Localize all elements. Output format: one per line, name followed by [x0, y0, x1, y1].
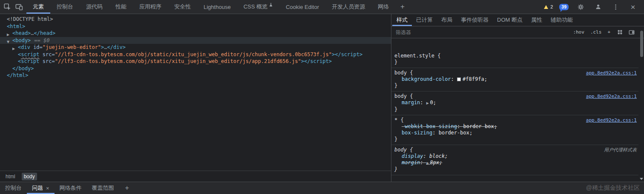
dom-node-line[interactable]: <html>	[0, 23, 391, 30]
close-devtools-button[interactable]: ×	[627, 1, 638, 12]
tab-properties[interactable]: 属性	[527, 14, 546, 26]
tab-dom-breakpoints[interactable]: DOM 断点	[493, 14, 527, 26]
rule-header: body {app.8ed92e2a.css:1	[394, 70, 637, 76]
syntax-attr-value: "juejin-web-editor"	[43, 44, 101, 50]
dom-breadcrumbs: htmlbody	[0, 171, 391, 182]
semicolon: ;	[433, 100, 436, 106]
dom-node-line[interactable]: ▶<head>…</head>	[0, 30, 391, 37]
profile-icon[interactable]	[592, 1, 604, 12]
dom-node-line[interactable]: </body>	[0, 65, 391, 72]
tab-performance[interactable]: 性能	[109, 0, 133, 14]
top-tab-strip: 元素控制台源代码性能应用程序安全性LighthouseCSS 概览Cookie …	[26, 0, 395, 14]
issues-badge[interactable]: 39	[559, 4, 569, 10]
tab-label: 性能	[115, 3, 126, 11]
css-declaration[interactable]: margin: ▶ 8px;	[394, 160, 637, 166]
scroll-down-arrow-icon[interactable]	[640, 178, 643, 180]
scrollbar-thumb[interactable]	[640, 31, 643, 57]
color-swatch[interactable]	[457, 77, 461, 81]
new-style-rule-button[interactable]: +	[605, 29, 613, 36]
element-classes-button[interactable]: .cls	[588, 29, 604, 36]
tab-label: 开发人员资源	[332, 3, 365, 11]
tab-css-overview[interactable]: CSS 概览	[237, 0, 279, 14]
tab-layout[interactable]: 布局	[437, 14, 457, 26]
dom-node-line[interactable]: ▶<div id="juejin-web-editor">…</div>	[0, 44, 391, 51]
tab-lighthouse[interactable]: Lighthouse	[197, 0, 237, 14]
device-toolbar-icon[interactable]	[14, 1, 25, 12]
expand-shorthand-icon[interactable]: ▶	[426, 101, 430, 105]
css-declaration[interactable]: box-sizing: border-box;	[394, 130, 637, 136]
tab-console[interactable]: 控制台	[50, 0, 80, 14]
inspect-element-icon[interactable]	[2, 1, 13, 12]
tab-sources[interactable]: 源代码	[80, 0, 109, 14]
drawer-tab-issues[interactable]: 问题×	[27, 182, 55, 194]
open-brace: {	[434, 53, 440, 59]
rule-selector[interactable]: body	[394, 70, 407, 76]
warning-triangle-icon	[544, 5, 548, 9]
tab-event-listeners[interactable]: 事件侦听器	[457, 14, 493, 26]
css-declaration[interactable]: -webkit-box-sizing: border-box;	[394, 123, 637, 130]
dom-node-line[interactable]: ▼<body>== $0	[0, 37, 391, 44]
stylesheet-link[interactable]: app.8ed92e2a.css:1	[581, 93, 637, 100]
css-declaration[interactable]: margin: ▶ 0;	[394, 100, 637, 106]
top-toolbar: 元素控制台源代码性能应用程序安全性LighthouseCSS 概览Cookie …	[0, 0, 644, 14]
styles-tab-strip: 样式已计算布局事件侦听器DOM 断点属性辅助功能	[391, 14, 644, 26]
dom-node-line[interactable]: </html>	[0, 72, 391, 79]
styles-scrollbar[interactable]	[639, 26, 644, 182]
more-tabs-button[interactable]: +	[395, 0, 410, 14]
kebab-menu-icon[interactable]	[610, 1, 621, 12]
tab-security[interactable]: 安全性	[168, 0, 197, 14]
styles-filter-input[interactable]	[395, 29, 568, 36]
tab-application[interactable]: 应用程序	[133, 0, 168, 14]
syntax-tag: <head>	[12, 30, 31, 36]
tab-label: 网络	[378, 3, 389, 11]
settings-gear-icon[interactable]	[575, 1, 586, 12]
tab-accessibility[interactable]: 辅助功能	[546, 14, 577, 26]
expand-ellipsis-button[interactable]: …	[31, 30, 34, 36]
semicolon: ;	[494, 123, 497, 129]
stylesheet-link[interactable]: app.8ed92e2a.css:1	[581, 70, 637, 76]
toggle-element-state-button[interactable]: :hov	[570, 29, 587, 36]
dom-node-line[interactable]: <script src="//lf3-cdn-tos.bytescm.com/o…	[0, 58, 391, 65]
open-brace: {	[407, 147, 413, 153]
drawer-more-tabs-button[interactable]: +	[119, 182, 135, 194]
rule-selector[interactable]: *	[394, 117, 397, 123]
rule-selector[interactable]: body	[394, 93, 407, 100]
rule-selector[interactable]: body	[394, 147, 407, 153]
syntax-tag: <html>	[7, 23, 25, 29]
dom-node-line[interactable]: <script src="//lf3-cdn-tos.bytescm.com/o…	[0, 51, 391, 58]
syntax-tag: script	[21, 51, 39, 57]
style-toggles: :hov.cls+	[570, 29, 613, 36]
close-brace: }	[394, 106, 637, 113]
tab-label: CSS 概览	[244, 3, 267, 11]
dom-node-line[interactable]: <!DOCTYPE html>	[0, 16, 391, 23]
drawer-tab-console[interactable]: 控制台	[0, 182, 27, 194]
css-declaration[interactable]: background-color: #f8f9fa;	[394, 76, 637, 83]
console-warnings-badge[interactable]: 2	[544, 4, 553, 9]
tab-developer-resources[interactable]: 开发人员资源	[325, 0, 371, 14]
css-rule: body {app.8ed92e2a.css:1margin: ▶ 0;}	[391, 91, 638, 115]
colon: :	[457, 123, 463, 129]
rule-selector[interactable]: element.style	[394, 53, 434, 59]
syntax-tag: <div	[18, 44, 30, 50]
device-icon	[15, 3, 23, 11]
tab-cookie-editor[interactable]: Cookie Editor	[279, 0, 325, 14]
tab-network[interactable]: 网络	[371, 0, 395, 14]
tab-elements[interactable]: 元素	[26, 0, 50, 14]
expand-shorthand-icon[interactable]: ▶	[426, 161, 430, 165]
semicolon: ;	[469, 130, 472, 136]
close-tab-icon[interactable]: ×	[46, 185, 49, 191]
grid-swatches-icon[interactable]	[615, 29, 624, 35]
drawer-tab-coverage[interactable]: 覆盖范围	[87, 182, 119, 194]
tab-computed[interactable]: 已计算	[412, 14, 437, 26]
tab-styles[interactable]: 样式	[392, 14, 412, 26]
expand-ellipsis-button[interactable]: …	[104, 44, 107, 50]
colon: :	[420, 160, 426, 165]
drawer-tab-network-conditions[interactable]: 网络条件	[55, 182, 87, 194]
breadcrumb-body[interactable]: body	[22, 173, 37, 180]
syntax-attr-value: "//lf3-cdn-tos.bytescm.com/obj/static/xi…	[55, 51, 332, 57]
breadcrumb-html[interactable]: html	[3, 173, 17, 180]
computed-sidebar-toggle-icon[interactable]	[627, 29, 636, 35]
dom-tree: <!DOCTYPE html><html>▶<head>…</head>▼<bo…	[0, 14, 391, 171]
css-declaration[interactable]: display: block;	[394, 153, 637, 160]
stylesheet-link[interactable]: app.8ed92e2a.css:1	[581, 117, 637, 123]
